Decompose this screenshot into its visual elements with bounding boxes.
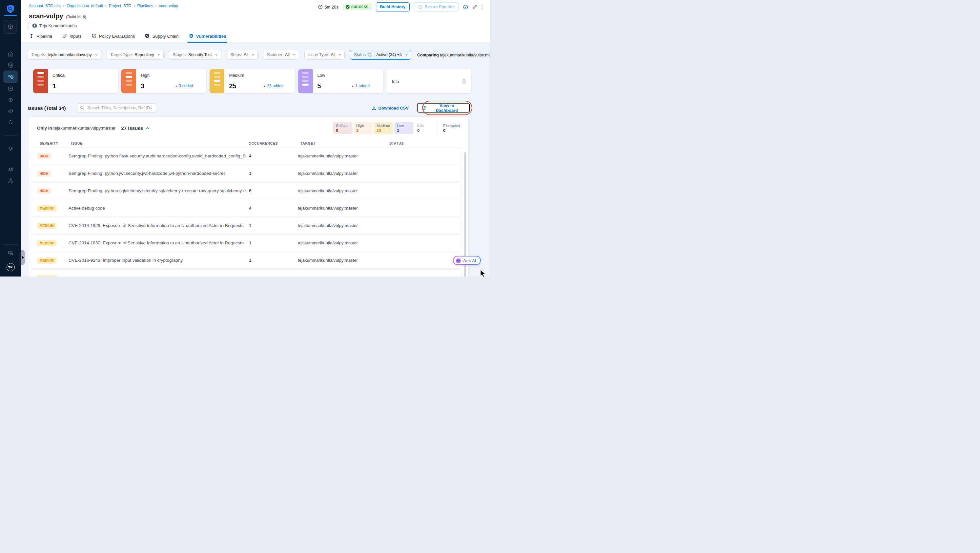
severity-pill-exempted[interactable]: Exempted0 (441, 122, 463, 134)
strip-bar (302, 76, 309, 78)
strip-bar (302, 72, 309, 74)
breadcrumb-item[interactable]: Pipelines (137, 3, 153, 8)
severity-badge: MEDIUM (37, 240, 56, 246)
group-issue-count: 27 Issues (121, 125, 143, 131)
issue-table-row[interactable]: HIGHSemgrep Finding: python.jwt.security… (31, 165, 461, 181)
severity-card-added: ▲3 added (175, 84, 193, 88)
tab-pipeline[interactable]: Pipeline (29, 30, 52, 43)
severity-card-label: Critical (52, 73, 65, 78)
view-in-dashboard-button[interactable]: View in Dashboard (417, 103, 470, 113)
issue-table-row[interactable]: MEDIUMCVE-2014-1829: Exposure of Sensiti… (31, 218, 461, 234)
severity-cell: MEDIUM (37, 275, 68, 277)
filter-chip-steps[interactable]: Steps:All (227, 50, 258, 60)
filter-chip-target-type[interactable]: Target Type:Repository (107, 50, 164, 60)
check-circle-icon (346, 5, 350, 9)
breadcrumb-item[interactable]: scan-vulpy (159, 3, 178, 8)
more-options-button[interactable] (482, 4, 483, 10)
severity-pill-critical[interactable]: Critical0 (333, 122, 352, 134)
search-icon (80, 106, 84, 110)
pipeline-icon (29, 33, 34, 39)
shield-search-icon (8, 62, 14, 68)
triangle-up-icon: ▲ (175, 84, 177, 87)
severity-pill-medium[interactable]: Medium23 (374, 122, 393, 134)
breadcrumb-separator: › (105, 3, 107, 8)
filter-chip-issue-type[interactable]: Issue Type:All (304, 50, 345, 60)
severity-badge: HIGH (37, 153, 51, 159)
issue-table-row[interactable]: MEDIUMCVE-2016-9243: Improper input vali… (31, 252, 461, 268)
severity-card-critical[interactable]: Critical1 (33, 69, 118, 93)
tab-inputs[interactable]: Inputs (62, 30, 82, 43)
module-selector-button[interactable] (3, 20, 18, 34)
severity-card-medium[interactable]: Medium25▲23 added (210, 69, 294, 93)
executions-icon (8, 86, 14, 92)
search-input[interactable] (77, 103, 156, 113)
severity-card-high[interactable]: High3▲3 added (121, 69, 206, 93)
sidebar-item-executions[interactable] (3, 83, 18, 94)
chevron-down-icon (251, 53, 255, 56)
strip-bar (214, 76, 220, 78)
sidebar-item-pipelines[interactable] (3, 70, 18, 83)
pill-divider (437, 122, 437, 134)
breadcrumb-item[interactable]: Project: STO (109, 3, 131, 8)
filter-chip-status[interactable]: Status:Active (34) +4 (350, 50, 411, 60)
issue-table-row[interactable]: MEDIUM (31, 270, 461, 276)
download-csv-button[interactable]: Download CSV (372, 106, 409, 111)
build-history-button[interactable]: Build History (376, 2, 410, 11)
tab-policy-evaluations[interactable]: Policy Evaluations (92, 30, 135, 43)
pill-count: 0 (443, 128, 460, 133)
issue-title-cell: CVE-2014-1830: Exposure of Sensitive Inf… (68, 240, 246, 245)
filter-label: Issue Type: (308, 52, 329, 57)
breadcrumb-item[interactable]: Organization: default (67, 3, 103, 8)
left-nav-sidebar: ? TK (0, 0, 21, 276)
collapse-group-button[interactable] (146, 126, 150, 130)
severity-card-info[interactable]: Info0 (387, 69, 471, 93)
severity-cell: MEDIUM (37, 240, 68, 246)
occurrences-cell: 1 (246, 171, 298, 176)
chevron-down-icon (215, 53, 218, 56)
filter-value: All (331, 52, 336, 57)
severity-card-low[interactable]: Low5▲1 added (298, 69, 383, 93)
issue-title-cell: CVE-2014-1829: Exposure of Sensitive Inf… (68, 223, 246, 228)
ask-ai-button[interactable]: Ask AI (453, 256, 481, 265)
severity-card-count: 1 (52, 82, 56, 90)
sidebar-item-project-settings[interactable] (3, 143, 18, 154)
sidebar-item-overview[interactable] (3, 59, 18, 70)
sidebar-item-targets[interactable] (3, 94, 18, 105)
breadcrumb-separator: › (156, 3, 157, 8)
filter-chip-scanner[interactable]: Scanner:All (263, 50, 299, 60)
edit-pipeline-button[interactable] (472, 5, 477, 10)
issue-table-row[interactable]: MEDIUMActive debug code4tejakummarikuntl… (31, 200, 461, 216)
severity-pill-filters: Critical0High3Medium23Low1Info0Exempted0 (333, 122, 463, 134)
severity-card-label: Low (318, 73, 325, 78)
breadcrumb-item[interactable]: Account: STO test (29, 3, 60, 8)
rerun-pipeline-button[interactable]: Re-run Pipeline (414, 2, 459, 11)
strip-bar (302, 84, 309, 86)
sidebar-item-home[interactable] (3, 48, 18, 59)
severity-summary-cards: Critical1High3▲3 addedMedium25▲23 addedL… (33, 69, 471, 93)
sidebar-item-default-settings[interactable] (3, 164, 18, 175)
breadcrumb: Account: STO test›Organization: default›… (29, 3, 178, 8)
pipeline-info-button[interactable] (463, 5, 468, 10)
issue-table-row[interactable]: HIGHSemgrep Finding: python.flask.securi… (31, 148, 461, 164)
filter-chip-stages[interactable]: Stages:Security Test (169, 50, 221, 60)
sidebar-collapse-handle[interactable] (21, 250, 25, 265)
pencil-icon (472, 5, 477, 10)
severity-pill-low[interactable]: Low1 (394, 122, 413, 134)
issues-total-title: Issues (Total 34) (27, 105, 65, 111)
issue-table-row[interactable]: MEDIUMCVE-2014-1830: Exposure of Sensiti… (31, 235, 461, 251)
sidebar-item-getting-started[interactable] (3, 116, 18, 127)
issue-table-row[interactable]: HIGHSemgrep Finding: python.sqlalchemy.s… (31, 183, 461, 199)
user-avatar[interactable]: TK (6, 263, 15, 271)
tab-vulnerabilities[interactable]: Vulnerabilities (189, 30, 226, 43)
sto-module-logo-icon[interactable] (6, 4, 15, 13)
severity-cell: MEDIUM (37, 205, 68, 211)
chevron-down-icon (405, 53, 408, 56)
sidebar-item-exemptions[interactable] (3, 105, 18, 116)
severity-card-label: Medium (229, 73, 244, 78)
severity-pill-high[interactable]: High3 (353, 122, 372, 134)
tab-supply-chain[interactable]: Supply Chain (145, 30, 178, 43)
sidebar-item-help[interactable]: ? (3, 247, 18, 259)
severity-pill-info[interactable]: Info0 (415, 122, 434, 134)
filter-chip-targets[interactable]: Targets:tejakummarikuntla/vulpy (27, 50, 101, 60)
sidebar-item-org-structure[interactable] (3, 175, 18, 186)
